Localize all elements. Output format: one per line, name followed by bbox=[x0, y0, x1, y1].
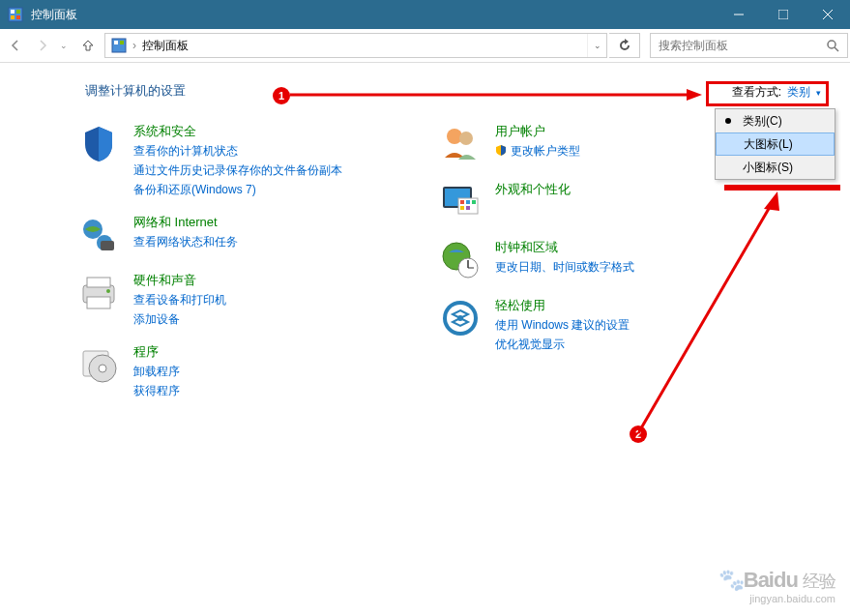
app-icon bbox=[8, 7, 23, 22]
navigation-toolbar: ⌄ › 控制面板 ⌄ bbox=[0, 29, 850, 63]
category-appearance: 外观和个性化 bbox=[439, 181, 634, 223]
category-title[interactable]: 硬件和声音 bbox=[133, 272, 226, 289]
category-column-left: 系统和安全 查看你的计算机状态 通过文件历史记录保存你的文件备份副本 备份和还原… bbox=[77, 123, 342, 399]
window-controls bbox=[717, 0, 850, 29]
svg-rect-3 bbox=[11, 15, 15, 19]
annotation-badge-1: 1 bbox=[273, 87, 290, 104]
category-title[interactable]: 程序 bbox=[133, 343, 180, 361]
svg-rect-30 bbox=[466, 200, 470, 204]
dropdown-item-small-icons[interactable]: 小图标(S) bbox=[716, 156, 835, 179]
clock-globe-icon bbox=[439, 239, 482, 281]
watermark-logo: 🐾Baidu 经验 bbox=[718, 568, 835, 593]
search-button[interactable] bbox=[818, 33, 847, 58]
svg-point-41 bbox=[457, 315, 463, 321]
category-title[interactable]: 系统和安全 bbox=[133, 123, 342, 140]
category-hardware: 硬件和声音 查看设备和打印机 添加设备 bbox=[77, 272, 342, 328]
monitor-palette-icon bbox=[439, 181, 482, 223]
minimize-button[interactable] bbox=[717, 0, 761, 29]
category-system-security: 系统和安全 查看你的计算机状态 通过文件历史记录保存你的文件备份副本 备份和还原… bbox=[77, 123, 342, 198]
svg-rect-1 bbox=[11, 10, 15, 14]
category-ease-of-access: 轻松使用 使用 Windows 建议的设置 优化视觉显示 bbox=[439, 297, 634, 353]
shield-icon bbox=[77, 123, 120, 165]
svg-rect-33 bbox=[466, 206, 470, 210]
dropdown-item-large-icons[interactable]: 大图标(L) bbox=[716, 132, 835, 156]
svg-rect-11 bbox=[120, 41, 124, 44]
svg-line-13 bbox=[835, 47, 838, 51]
annotation-highlight-1 bbox=[706, 81, 829, 106]
svg-rect-29 bbox=[460, 200, 464, 204]
watermark: 🐾Baidu 经验 jingyan.baidu.com bbox=[718, 568, 835, 604]
svg-rect-18 bbox=[87, 278, 110, 287]
category-column-right: 用户帐户 更改帐户类型 外观和个性化 bbox=[439, 123, 634, 399]
shield-badge-icon bbox=[495, 144, 507, 159]
category-link[interactable]: 更改帐户类型 bbox=[511, 142, 580, 160]
category-link[interactable]: 获得程序 bbox=[133, 382, 180, 399]
svg-rect-16 bbox=[101, 241, 114, 250]
category-link[interactable]: 卸载程序 bbox=[133, 363, 180, 380]
annotation-highlight-2 bbox=[724, 185, 840, 191]
globe-network-icon bbox=[77, 214, 120, 256]
disc-icon bbox=[77, 343, 120, 386]
category-link[interactable]: 优化视觉显示 bbox=[495, 336, 630, 353]
category-user-accounts: 用户帐户 更改帐户类型 bbox=[439, 123, 634, 165]
category-programs: 程序 卸载程序 获得程序 bbox=[77, 343, 342, 399]
svg-rect-6 bbox=[778, 10, 788, 19]
svg-point-23 bbox=[99, 365, 106, 372]
category-link[interactable]: 备份和还原(Windows 7) bbox=[133, 181, 342, 198]
category-link[interactable]: 查看网络状态和任务 bbox=[133, 233, 238, 250]
category-link[interactable]: 更改日期、时间或数字格式 bbox=[495, 258, 634, 276]
address-sep: › bbox=[132, 39, 136, 52]
history-dropdown-icon[interactable]: ⌄ bbox=[60, 41, 68, 50]
address-text: 控制面板 bbox=[142, 38, 587, 54]
svg-point-25 bbox=[459, 132, 473, 145]
svg-rect-2 bbox=[16, 10, 20, 14]
refresh-button[interactable] bbox=[609, 33, 640, 58]
svg-point-12 bbox=[828, 41, 835, 48]
svg-rect-4 bbox=[16, 15, 20, 19]
svg-point-20 bbox=[106, 289, 110, 293]
control-panel-icon bbox=[111, 38, 127, 53]
category-network: 网络和 Internet 查看网络状态和任务 bbox=[77, 214, 342, 256]
category-title[interactable]: 网络和 Internet bbox=[133, 214, 238, 231]
address-dropdown-icon[interactable]: ⌄ bbox=[587, 34, 606, 57]
category-link[interactable]: 添加设备 bbox=[133, 310, 226, 328]
category-link[interactable]: 查看设备和打印机 bbox=[133, 291, 226, 308]
address-bar[interactable]: › 控制面板 ⌄ bbox=[104, 33, 607, 58]
search-input[interactable] bbox=[651, 39, 818, 52]
accessibility-icon bbox=[439, 297, 482, 339]
svg-rect-19 bbox=[87, 297, 110, 308]
search-bar bbox=[650, 33, 848, 58]
svg-rect-32 bbox=[460, 206, 464, 210]
forward-button[interactable] bbox=[29, 32, 56, 59]
view-dropdown-menu: 类别(C) 大图标(L) 小图标(S) bbox=[715, 108, 835, 180]
maximize-button[interactable] bbox=[761, 0, 806, 29]
window-title: 控制面板 bbox=[31, 7, 717, 23]
category-link[interactable]: 通过文件历史记录保存你的文件备份副本 bbox=[133, 161, 342, 179]
category-clock-region: 时钟和区域 更改日期、时间或数字格式 bbox=[439, 239, 634, 281]
category-title[interactable]: 时钟和区域 bbox=[495, 239, 634, 256]
category-link[interactable]: 查看你的计算机状态 bbox=[133, 142, 342, 160]
up-button[interactable] bbox=[75, 33, 101, 58]
svg-rect-10 bbox=[114, 41, 118, 44]
svg-rect-31 bbox=[472, 200, 476, 204]
back-button[interactable] bbox=[2, 32, 29, 59]
window-titlebar: 控制面板 bbox=[0, 0, 850, 29]
category-link[interactable]: 使用 Windows 建议的设置 bbox=[495, 316, 630, 334]
annotation-badge-2: 2 bbox=[630, 425, 647, 443]
category-title[interactable]: 轻松使用 bbox=[495, 297, 630, 314]
category-title[interactable]: 外观和个性化 bbox=[495, 181, 571, 198]
category-title[interactable]: 用户帐户 bbox=[495, 123, 580, 140]
printer-icon bbox=[77, 272, 120, 314]
dropdown-item-category[interactable]: 类别(C) bbox=[716, 109, 835, 132]
close-button[interactable] bbox=[806, 0, 850, 29]
users-icon bbox=[439, 123, 482, 165]
selected-indicator-icon bbox=[725, 118, 731, 124]
watermark-url: jingyan.baidu.com bbox=[718, 593, 835, 604]
